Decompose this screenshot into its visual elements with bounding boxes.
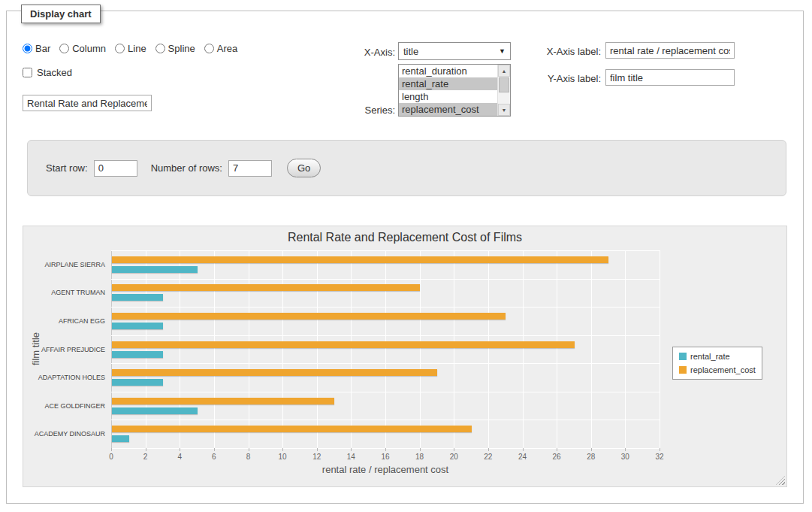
stacked-label: Stacked bbox=[37, 67, 72, 78]
gridline bbox=[111, 392, 660, 392]
axis-tick bbox=[591, 448, 592, 451]
legend-item-replacement_cost[interactable]: replacement_cost bbox=[679, 365, 756, 374]
bar-replacement_cost bbox=[112, 256, 608, 263]
scroll-down-icon[interactable]: ▼ bbox=[498, 104, 510, 116]
gridline bbox=[385, 250, 386, 448]
x-tick-label: 16 bbox=[381, 453, 389, 461]
x-tick-label: 6 bbox=[212, 453, 216, 461]
bar-rental_rate bbox=[112, 379, 163, 386]
y-axis-label-label: Y-Axis label: bbox=[536, 73, 601, 84]
gridline bbox=[249, 250, 249, 448]
bar-replacement_cost bbox=[112, 426, 472, 432]
axis-tick bbox=[454, 448, 454, 451]
series-listbox[interactable]: rental_durationrental_ratelengthreplacem… bbox=[398, 64, 511, 117]
x-tick-label: 22 bbox=[484, 453, 492, 461]
row-range-controls: Start row: Number of rows: Go bbox=[46, 159, 321, 177]
category-label: ACE GOLDFINGER bbox=[26, 402, 105, 410]
axis-tick bbox=[282, 448, 283, 451]
x-axis-select[interactable]: title ▼ bbox=[398, 42, 511, 60]
series-list-label: Series: bbox=[344, 105, 395, 116]
gridline bbox=[282, 250, 283, 448]
chart-type-option-bar[interactable]: Bar bbox=[23, 43, 50, 54]
gridline bbox=[111, 335, 660, 336]
y-axis-label-input[interactable] bbox=[605, 69, 735, 86]
chart-type-label-bar: Bar bbox=[35, 43, 50, 54]
x-tick-label: 14 bbox=[347, 453, 355, 461]
axis-tick bbox=[214, 448, 215, 451]
series-listbox-options: rental_durationrental_ratelengthreplacem… bbox=[399, 65, 497, 116]
chart-type-option-spline[interactable]: Spline bbox=[155, 43, 195, 54]
chart-type-radio-spline[interactable] bbox=[155, 44, 165, 53]
x-tick-label: 30 bbox=[621, 453, 629, 461]
gridline bbox=[214, 250, 215, 448]
start-row-input[interactable] bbox=[94, 160, 137, 177]
gridline bbox=[557, 250, 557, 448]
chart-type-label-column: Column bbox=[72, 43, 106, 54]
x-tick-label: 32 bbox=[655, 453, 663, 461]
legend-item-rental_rate[interactable]: rental_rate bbox=[679, 352, 756, 361]
series-option-rental_rate[interactable]: rental_rate bbox=[399, 77, 497, 90]
axis-tick bbox=[523, 448, 524, 451]
x-tick-label: 26 bbox=[553, 453, 561, 461]
axis-tick bbox=[488, 448, 489, 451]
chart-type-radio-bar[interactable] bbox=[23, 44, 32, 53]
gridline bbox=[420, 250, 421, 448]
chart-type-radio-line[interactable] bbox=[115, 44, 125, 53]
legend-label-replacement_cost: replacement_cost bbox=[690, 365, 756, 374]
gridline bbox=[111, 420, 660, 420]
axis-tick bbox=[351, 448, 352, 451]
plot-area bbox=[111, 250, 660, 448]
chart-type-label-line: Line bbox=[128, 43, 146, 54]
bar-replacement_cost bbox=[112, 369, 437, 376]
series-option-rental_duration[interactable]: rental_duration bbox=[399, 65, 497, 77]
axis-tick bbox=[111, 448, 112, 451]
bar-rental_rate bbox=[112, 407, 198, 414]
chart-type-label-area: Area bbox=[217, 43, 237, 54]
scroll-up-icon[interactable]: ▲ bbox=[498, 65, 510, 77]
gridline bbox=[660, 250, 660, 448]
gridline bbox=[111, 307, 660, 308]
chart-type-label-spline: Spline bbox=[168, 43, 195, 54]
stacked-checkbox[interactable] bbox=[23, 68, 32, 77]
scrollbar-thumb[interactable] bbox=[499, 77, 509, 92]
gridline bbox=[180, 250, 180, 448]
chart-type-option-area[interactable]: Area bbox=[204, 43, 237, 54]
gridline bbox=[454, 250, 454, 448]
bar-replacement_cost bbox=[112, 313, 506, 320]
chart-type-group: BarColumnLineSplineArea bbox=[23, 43, 237, 54]
category-label: AFRICAN EGG bbox=[26, 317, 105, 325]
go-button[interactable]: Go bbox=[287, 159, 321, 177]
chart-title: Rental Rate and Replacement Cost of Film… bbox=[23, 231, 786, 244]
chart-title-input[interactable] bbox=[23, 95, 152, 111]
gridline bbox=[111, 250, 660, 251]
series-option-replacement_cost[interactable]: replacement_cost bbox=[399, 103, 497, 116]
x-tick-label: 28 bbox=[587, 453, 595, 461]
category-label: AFFAIR PREJUDICE bbox=[26, 346, 105, 353]
fieldset-legend: Display chart bbox=[21, 5, 101, 23]
chart-type-option-column[interactable]: Column bbox=[59, 43, 106, 54]
x-tick-label: 18 bbox=[415, 453, 424, 461]
chart-type-radio-column[interactable] bbox=[59, 44, 69, 53]
axis-tick bbox=[146, 448, 146, 451]
legend-label-rental_rate: rental_rate bbox=[690, 352, 730, 361]
category-label: AIRPLANE SIERRA bbox=[26, 261, 105, 268]
number-of-rows-label: Number of rows: bbox=[151, 162, 222, 174]
resize-handle-icon[interactable] bbox=[776, 476, 785, 485]
page: Display chart BarColumnLineSplineArea St… bbox=[0, 0, 812, 512]
x-axis-selected-value: title bbox=[403, 46, 418, 57]
number-of-rows-input[interactable] bbox=[228, 160, 272, 177]
bar-rental_rate bbox=[112, 323, 163, 329]
gridline bbox=[351, 250, 352, 448]
legend-swatch-icon bbox=[679, 353, 687, 360]
axis-tick bbox=[420, 448, 421, 451]
start-row-label: Start row: bbox=[46, 162, 88, 174]
chart-type-radio-area[interactable] bbox=[204, 44, 214, 53]
x-axis-label-input[interactable] bbox=[605, 42, 735, 59]
series-option-length[interactable]: length bbox=[399, 90, 497, 103]
axis-tick bbox=[660, 448, 660, 451]
stacked-option[interactable]: Stacked bbox=[23, 67, 72, 78]
gridline bbox=[111, 363, 660, 364]
series-listbox-scrollbar[interactable]: ▲ ▼ bbox=[497, 65, 510, 116]
chart-type-option-line[interactable]: Line bbox=[115, 43, 146, 54]
category-label: ACADEMY DINOSAUR bbox=[26, 430, 105, 438]
